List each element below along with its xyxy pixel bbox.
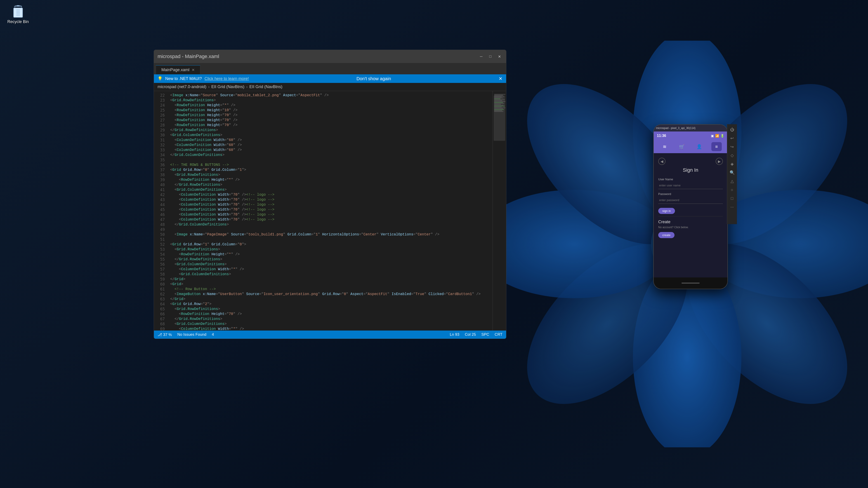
create-title: Create xyxy=(658,220,723,224)
recycle-bin-image xyxy=(11,4,25,18)
code-line-2: <Grid.RowDefinitions> xyxy=(170,98,493,103)
phone-tab-home[interactable]: ≋ xyxy=(659,142,670,151)
code-line-12: <ColumnDefinition Width="60" /> xyxy=(170,148,493,153)
signin-section: Sign In User Name Password sign in xyxy=(658,167,723,214)
svg-rect-10 xyxy=(17,5,20,6)
line-num-28: 49 xyxy=(154,227,167,232)
line-num-41: 62 xyxy=(154,292,167,297)
username-input[interactable] xyxy=(658,182,723,189)
toolbar-zoom-out-icon[interactable]: △ xyxy=(728,177,736,185)
line-num-39: 60 xyxy=(154,282,167,287)
code-line-4: <RowDefinition Height="10" /> xyxy=(170,108,493,113)
phone-time: 11:36 xyxy=(657,134,666,138)
phone-tab-menu[interactable]: ≡ xyxy=(711,142,722,151)
breadcrumb: microspad (net7.0-android) › EII Grid (N… xyxy=(154,83,506,91)
line-num-14: 35 xyxy=(154,158,167,162)
create-button[interactable]: create xyxy=(658,232,675,238)
code-line-45: <RowDefinition Height="70" /> xyxy=(170,312,493,317)
line-num-27: 48 xyxy=(154,222,167,227)
notification-text: New to .NET MAUI? xyxy=(165,76,202,81)
code-line-6: <RowDefinition Height="70" /> xyxy=(170,118,493,123)
code-line-1: <Image x:Name="Source" Source="mobile_ta… xyxy=(170,93,493,98)
line-num-25: 46 xyxy=(154,212,167,217)
phone-window-title: microspad - pixel_3_api_30(114) xyxy=(656,127,695,130)
line-num-17: 38 xyxy=(154,172,167,177)
code-line-40: <!-- Row Button --> xyxy=(170,287,493,292)
password-label: Password xyxy=(658,192,723,196)
line-num-32: 53 xyxy=(154,247,167,252)
password-input[interactable] xyxy=(658,197,723,204)
signin-button[interactable]: sign in xyxy=(658,208,675,214)
code-line-3: <RowDefinition Height="*" /> xyxy=(170,103,493,108)
notification-dismiss[interactable]: Don't show again xyxy=(356,76,391,81)
code-line-36: <ColumnDefinition Width="*" /> xyxy=(170,267,493,272)
minimize-button[interactable]: ─ xyxy=(478,53,485,60)
code-line-10: <ColumnDefinition Width="60" /> xyxy=(170,138,493,142)
statusbar-branch[interactable]: ⎇ 37 % xyxy=(158,332,172,337)
line-num-29: 50 xyxy=(154,232,167,237)
toolbar-diamond-icon[interactable]: ◇ xyxy=(728,151,736,160)
toolbar-zoom-in-icon[interactable]: 🔍 xyxy=(728,168,736,177)
line-num-8: 29 xyxy=(154,128,167,133)
line-num-42: 63 xyxy=(154,297,167,302)
toolbar-filled-diamond-icon[interactable]: ◈ xyxy=(728,160,736,168)
phone-nav-tabs: ≋ 🛒 👤 ≡ xyxy=(654,140,727,153)
statusbar-warnings[interactable]: 4 xyxy=(212,332,214,337)
code-line-26: <ColumnDefinition Width="70" /><!-- logo… xyxy=(170,217,493,222)
tab-label: MainPage.xaml xyxy=(161,68,189,72)
tab-close-button[interactable]: ✕ xyxy=(192,68,195,72)
minimap[interactable] xyxy=(493,91,506,330)
mobile-preview: microspad - pixel_3_api_30(114) 11:36 ▣ … xyxy=(653,124,728,289)
tab-mainpage-xaml[interactable]: MainPage.xaml ✕ xyxy=(156,65,200,74)
statusbar-indent[interactable]: SPC xyxy=(481,332,489,337)
line-num-6: 27 xyxy=(154,118,167,123)
code-editor[interactable]: <Image x:Name="Source" Source="mobile_ta… xyxy=(167,91,493,330)
maximize-button[interactable]: □ xyxy=(487,53,493,60)
toolbar-redo-icon[interactable]: ↪ xyxy=(728,143,736,151)
code-line-20: <Grid.ColumnDefinitions> xyxy=(170,187,493,192)
code-line-14 xyxy=(170,158,493,162)
phone-forward-button[interactable]: ▶ xyxy=(716,158,723,165)
toolbar-square-icon[interactable]: □ xyxy=(728,194,736,202)
code-line-34: </Grid.RowDefinitions> xyxy=(170,257,493,262)
recycle-bin-label: Recycle Bin xyxy=(7,20,29,24)
statusbar-percent: 37 % xyxy=(163,332,172,337)
line-num-16: 37 xyxy=(154,167,167,172)
toolbar-more-icon[interactable]: ··· xyxy=(728,203,736,211)
toolbar-undo-icon[interactable]: ↩ xyxy=(728,134,736,142)
code-line-18: <RowDefinition Height="*" /> xyxy=(170,177,493,182)
vscode-window: microspad - MainPage.xaml ─ □ ✕ MainPage… xyxy=(154,50,506,339)
breadcrumb-part-2[interactable]: EII Grid (NavBtns) xyxy=(211,85,244,89)
vscode-notification: 💡 New to .NET MAUI? Click here to learn … xyxy=(154,74,506,83)
line-num-33: 54 xyxy=(154,252,167,257)
vscode-statusbar: ⎇ 37 % No Issues Found 4 Ln 93 Col 25 SP… xyxy=(154,330,506,339)
statusbar-errors[interactable]: No Issues Found xyxy=(177,332,206,337)
toolbar-circle-icon[interactable]: ○ xyxy=(728,186,736,194)
close-button[interactable]: ✕ xyxy=(496,53,502,60)
code-line-47: <Grid.ColumnDefinitions> xyxy=(170,322,493,326)
notification-link[interactable]: Click here to learn more! xyxy=(205,76,249,81)
statusbar-col[interactable]: Col 25 xyxy=(465,332,476,337)
recycle-bin-icon[interactable]: Recycle Bin xyxy=(4,4,32,24)
phone-bottom-bar xyxy=(654,278,727,289)
code-line-13: </Grid.ColumnDefinitions> xyxy=(170,153,493,158)
code-line-39: <Grid> xyxy=(170,282,493,287)
toolbar-power-icon[interactable]: ⏻ xyxy=(728,126,736,134)
code-line-41: <ImageButton x:Name="UserButton" Source=… xyxy=(170,292,493,297)
code-line-8: </Grid.RowDefinitions> xyxy=(170,128,493,133)
notification-close-icon[interactable]: ✕ xyxy=(499,76,502,81)
phone-back-button[interactable]: ◀ xyxy=(658,158,665,165)
breadcrumb-part-3[interactable]: EII Grid (NavBtns) xyxy=(249,85,282,89)
statusbar-encoding[interactable]: CRT xyxy=(495,332,502,337)
statusbar-ln[interactable]: Ln 93 xyxy=(450,332,460,337)
minimap-slider[interactable] xyxy=(494,96,505,141)
line-num-9: 30 xyxy=(154,133,167,138)
code-line-32: <Grid.RowDefinitions> xyxy=(170,247,493,252)
phone-tab-user[interactable]: 👤 xyxy=(694,142,704,151)
phone-signal-icon: 📶 xyxy=(715,134,719,138)
code-line-28 xyxy=(170,227,493,232)
breadcrumb-part-1[interactable]: microspad (net7.0-android) xyxy=(158,85,206,89)
line-num-31: 52 xyxy=(154,242,167,247)
phone-tab-cart[interactable]: 🛒 xyxy=(677,142,687,151)
line-num-21: 42 xyxy=(154,192,167,197)
